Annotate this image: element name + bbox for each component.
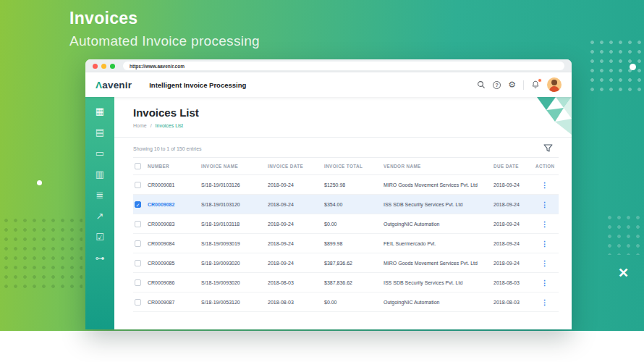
vendor-name-cell: FEIL Suermercado Pvt.: [382, 234, 492, 253]
due-date-cell: 2018-09-24: [492, 175, 534, 195]
dot-pattern-right-mid: [605, 213, 644, 255]
window-minimize-button[interactable]: [101, 64, 106, 69]
invoice-name-cell: S/18-19/0103120: [200, 195, 266, 214]
vendor-name-cell: MIRO Goods Movement Services Pvt. Ltd: [382, 253, 492, 273]
aavenir-logo[interactable]: Λavenir: [96, 80, 132, 90]
number-cell: CR0009081: [146, 175, 200, 195]
row-actions-button[interactable]: ⋮: [535, 298, 548, 306]
vendors-icon[interactable]: ▤: [96, 127, 104, 137]
select-all-checkbox[interactable]: [135, 163, 141, 169]
invoice-date-cell: 2018-08-03: [266, 273, 323, 292]
invoices-icon[interactable]: ▥: [96, 169, 104, 179]
row-checkbox[interactable]: [135, 260, 141, 266]
vendor-name-cell: ISS SDB Security Services Pvt. Ltd: [382, 273, 492, 292]
browser-window: https://www.aavenir.com Λavenir Intellig…: [85, 59, 572, 329]
row-checkbox[interactable]: [135, 279, 141, 286]
row-actions-button[interactable]: ⋮: [535, 279, 548, 287]
invoice-total-cell: $899.98: [323, 234, 382, 253]
row-actions-button[interactable]: ⋮: [535, 240, 548, 248]
due-date-cell: 2018-08-03: [492, 273, 534, 292]
due-date-cell: 2018-09-24: [492, 214, 534, 234]
invoice-row[interactable]: CR0009087S/18-19/00531202018-08-03$0.00O…: [133, 292, 559, 312]
sidebar: ▦▤▭▥≣↗☑⊶: [85, 97, 114, 329]
invoice-date-cell: 2018-09-24: [266, 234, 323, 253]
invoice-name-cell: S/18-19/0093019: [200, 234, 266, 253]
documents-icon[interactable]: ▭: [96, 148, 104, 158]
vendor-name-cell: ISS SDB Security Services Pvt. Ltd: [382, 195, 492, 214]
logo-mark: Λ: [96, 80, 102, 90]
table-body: CR0009081S/18-19/01031262018-09-24$1250.…: [133, 175, 559, 312]
vendor-name-cell: OutgoingNIC Automation: [382, 214, 492, 234]
vendor-name-cell: OutgoingNIC Automation: [382, 292, 492, 312]
breadcrumb-current: Invoices List: [156, 123, 184, 128]
row-checkbox[interactable]: ✓: [135, 201, 141, 208]
user-avatar[interactable]: [547, 77, 562, 92]
hero: Invoices Automated Invoice processing: [69, 9, 260, 49]
table-header-row: NUMBERINVOICE NAMEINVOICE DATEINVOICE TO…: [133, 158, 559, 175]
notification-badge: [538, 78, 542, 83]
invoice-row[interactable]: CR0009085S/18-19/00930202018-09-24$387,8…: [133, 253, 559, 273]
navbar-actions: ? ⚙: [477, 77, 562, 92]
table-wrap: NUMBERINVOICE NAMEINVOICE DATEINVOICE TO…: [114, 157, 572, 312]
settings-icon[interactable]: ⚙: [508, 80, 516, 89]
column-header[interactable]: VENDOR NAME: [382, 158, 492, 175]
column-header[interactable]: INVOICE DATE: [266, 158, 323, 175]
column-header[interactable]: INVOICE TOTAL: [323, 158, 382, 175]
invoice-name-cell: S/18-19/0103118: [200, 214, 266, 234]
analytics-icon[interactable]: ↗: [96, 211, 104, 221]
breadcrumb-separator: /: [151, 123, 152, 128]
decor-x-mark: ✕: [618, 265, 629, 281]
page: ✕ Invoices Automated Invoice processing …: [0, 0, 644, 362]
row-actions-button[interactable]: ⋮: [535, 259, 548, 267]
content-header: Invoices List Home / Invoices List: [114, 97, 572, 128]
column-header[interactable]: NUMBER: [146, 158, 200, 175]
invoice-name-cell: S/18-19/0103126: [200, 175, 266, 195]
row-checkbox[interactable]: [135, 299, 141, 306]
invoice-date-cell: 2018-08-03: [266, 292, 323, 312]
app-body: ▦▤▭▥≣↗☑⊶ Invoices List Home / Invoices L…: [85, 97, 572, 329]
breadcrumb: Home / Invoices List: [133, 123, 553, 128]
invoice-name-cell: S/18-19/0093020: [200, 253, 266, 273]
row-actions-button[interactable]: ⋮: [535, 220, 548, 228]
invoice-row[interactable]: CR0009084S/18-19/00930192018-09-24$899.9…: [133, 234, 559, 253]
invoice-row[interactable]: CR0009086S/18-19/00930202018-08-03$387,8…: [133, 273, 559, 292]
number-cell: CR0009083: [146, 214, 200, 234]
filter-icon[interactable]: [543, 144, 553, 153]
search-icon[interactable]: [477, 80, 486, 89]
logo-text: avenir: [102, 80, 132, 90]
invoice-date-cell: 2018-09-24: [266, 175, 323, 195]
invoices-table: NUMBERINVOICE NAMEINVOICE DATEINVOICE TO…: [133, 157, 559, 312]
column-header[interactable]: DUE DATE: [492, 158, 534, 175]
help-icon[interactable]: ?: [493, 81, 501, 89]
decor-circle: [630, 64, 636, 70]
vendor-name-cell: MIRO Goods Movement Services Pvt. Ltd: [382, 175, 492, 195]
decor-circle: [37, 180, 42, 185]
invoice-row[interactable]: CR0009081S/18-19/01031262018-09-24$1250.…: [133, 175, 559, 195]
invoice-total-cell: $0.00: [323, 292, 382, 312]
notifications-icon[interactable]: [531, 80, 540, 89]
entries-summary: Showing 10 to 1 of 150 entries: [133, 146, 202, 151]
window-close-button[interactable]: [93, 64, 98, 69]
row-checkbox[interactable]: [135, 182, 141, 188]
window-maximize-button[interactable]: [110, 64, 115, 69]
address-bar[interactable]: https://www.aavenir.com: [123, 62, 564, 70]
access-keys-icon[interactable]: ⊶: [96, 253, 105, 263]
invoice-row[interactable]: CR0009083S/18-19/01031182018-09-24$0.00O…: [133, 214, 559, 234]
hero-subtitle: Automated Invoice processing: [69, 33, 260, 49]
main-content: Invoices List Home / Invoices List Showi…: [114, 97, 572, 329]
row-checkbox[interactable]: [135, 221, 141, 227]
row-actions-button[interactable]: ⋮: [535, 181, 548, 189]
breadcrumb-home[interactable]: Home: [133, 123, 147, 128]
row-checkbox[interactable]: [135, 240, 141, 247]
row-actions-button[interactable]: ⋮: [535, 201, 548, 209]
number-cell: CR0009087: [146, 292, 200, 312]
invoice-total-cell: $387,836.62: [323, 273, 382, 292]
column-header[interactable]: ACTION: [534, 158, 559, 175]
tasks-icon[interactable]: ≣: [96, 190, 104, 200]
dashboard-icon[interactable]: ▦: [96, 106, 104, 116]
column-header[interactable]: INVOICE NAME: [200, 158, 266, 175]
approvals-icon[interactable]: ☑: [96, 232, 104, 242]
due-date-cell: 2018-09-24: [492, 253, 534, 273]
invoice-total-cell: $0.00: [323, 214, 382, 234]
invoice-row[interactable]: ✓CR0009082S/18-19/01031202018-09-24$354.…: [133, 195, 559, 214]
